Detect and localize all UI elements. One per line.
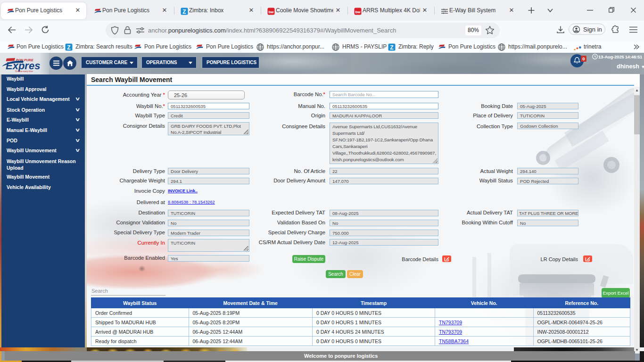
svg-text:bw: bw [268,10,274,14]
svg-text:Z: Z [390,44,393,51]
svg-text:Z: Z [182,8,186,15]
svg-text:On time every time: On time every time [15,70,33,73]
svg-text:bw: bw [355,10,361,14]
svg-text:Z: Z [67,44,70,51]
